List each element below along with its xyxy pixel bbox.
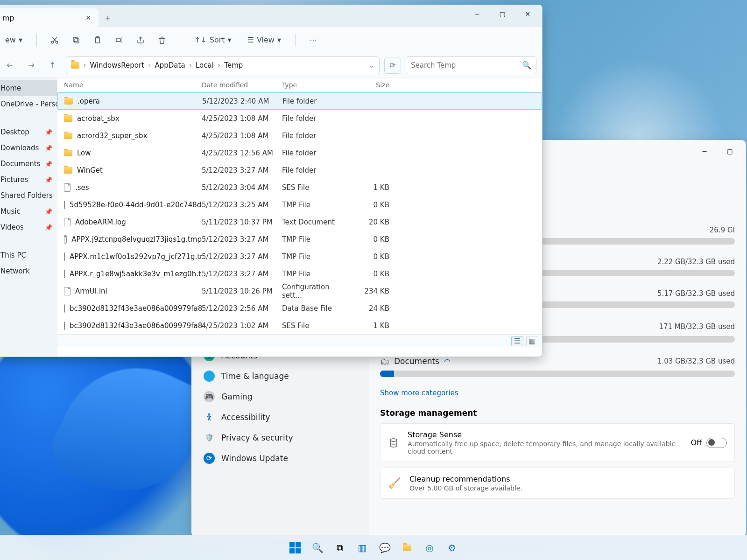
share-button[interactable] — [132, 32, 149, 49]
sidebar-item-music[interactable]: Music📌 — [0, 203, 57, 219]
table-row[interactable]: acrobat_sbx4/25/2023 1:08 AMFile folder — [57, 110, 542, 127]
table-row[interactable]: 5d59528e-f0e0-44dd-9d01-e20c748d067f....… — [57, 196, 542, 213]
show-more-categories-link[interactable]: Show more categories — [380, 389, 458, 397]
back-button[interactable]: ← — [1, 57, 18, 74]
sidebar-item-network[interactable]: Network — [0, 263, 57, 279]
search-bar[interactable]: 🔍 — [406, 56, 536, 74]
table-row[interactable]: APPX.m1c1wf0o1s292vp7g_jcf271g.tmp5/12/2… — [57, 248, 542, 265]
table-row[interactable]: APPX.j9ztcnpq8elvguqzl73jiqs1g.tmp5/12/2… — [57, 231, 542, 248]
table-row[interactable]: WinGet5/12/2023 3:27 AMFile folder — [57, 161, 542, 179]
file-explorer-taskbar-button[interactable] — [398, 539, 416, 557]
thumbnails-view-button[interactable]: ▦ — [526, 336, 538, 346]
table-row[interactable]: bc3902d8132f43e3ae086a009979fa88.db5/12/… — [57, 300, 542, 317]
file-size: 24 KB — [347, 304, 389, 313]
nav-windows-update[interactable]: ⟳ Windows Update — [198, 448, 362, 469]
view-button[interactable]: ☰ View ▾ — [243, 33, 286, 47]
table-row[interactable]: AdobeARM.log5/11/2023 10:37 PMText Docum… — [57, 213, 542, 231]
table-row[interactable]: acrord32_super_sbx4/25/2023 1:08 AMFile … — [57, 127, 542, 144]
start-button[interactable] — [286, 539, 304, 557]
folder-icon — [64, 167, 72, 174]
paste-button[interactable] — [89, 32, 106, 49]
address-dropdown-icon[interactable]: ⌄ — [368, 61, 374, 70]
svg-rect-8 — [116, 39, 120, 42]
sidebar-item-documents[interactable]: Documents📌 — [0, 156, 57, 172]
rename-button[interactable] — [111, 32, 127, 49]
more-button[interactable]: ⋯ — [305, 32, 322, 49]
nav-time-language[interactable]: 🌐 Time & language — [198, 366, 362, 386]
file-date: 5/12/2023 3:04 AM — [202, 183, 282, 192]
sidebar-item-desktop[interactable]: Desktop📌 — [0, 124, 57, 140]
widgets-button[interactable]: ▥ — [353, 539, 371, 557]
file-type: File folder — [282, 132, 347, 140]
search-input[interactable] — [411, 61, 522, 70]
sidebar-item-pictures[interactable]: Pictures📌 — [0, 172, 57, 188]
task-view-button[interactable]: ⧉ — [331, 539, 349, 557]
refresh-button[interactable]: ⟳ — [384, 57, 401, 74]
up-button[interactable]: ↑ — [44, 57, 61, 74]
cut-button[interactable] — [46, 32, 63, 49]
table-row[interactable]: ArmUI.ini5/11/2023 10:26 PMConfiguration… — [57, 282, 542, 300]
explorer-tab[interactable]: mp ✕ — [0, 8, 99, 27]
sort-button[interactable]: ↑↓ Sort ▾ — [190, 33, 236, 47]
storage-sense-card[interactable]: Storage Sense Automatically free up spac… — [380, 423, 735, 462]
file-icon — [64, 201, 65, 209]
breadcrumb-item[interactable]: Local — [196, 61, 214, 70]
new-tab-button[interactable]: ＋ — [99, 8, 117, 27]
settings-minimize-button[interactable]: ─ — [693, 144, 716, 159]
file-type: File folder — [282, 97, 348, 105]
file-name: APPX.r_g1e8wj5aakk3e3v_m1ezg0h.tmp — [70, 270, 202, 278]
nav-accessibility[interactable]: Accessibility — [198, 407, 362, 427]
file-type: SES File — [282, 183, 347, 192]
file-date: 5/11/2023 10:26 PM — [202, 287, 282, 295]
sort-icon: ↑↓ — [194, 35, 207, 44]
col-type[interactable]: Type — [282, 81, 347, 89]
file-date: 5/12/2023 3:25 AM — [202, 201, 282, 209]
file-icon — [64, 235, 67, 244]
maximize-button[interactable]: ▢ — [491, 7, 514, 21]
sidebar-item-home[interactable]: Home — [0, 80, 57, 96]
accessibility-icon — [204, 412, 215, 423]
breadcrumb-item[interactable]: Temp — [224, 61, 243, 70]
address-bar[interactable]: › WindowsReport › AppData › Local › Temp… — [66, 56, 380, 74]
storage-sense-toggle[interactable] — [706, 438, 727, 448]
edge-button[interactable]: ◎ — [421, 539, 438, 557]
file-date: 4/25/2023 1:08 AM — [202, 132, 282, 140]
new-button[interactable]: ew ▾ — [0, 33, 27, 47]
settings-maximize-button[interactable]: ▢ — [718, 144, 741, 159]
minimize-button[interactable]: ─ — [465, 7, 489, 21]
table-row[interactable]: APPX.r_g1e8wj5aakk3e3v_m1ezg0h.tmp5/12/2… — [57, 265, 542, 282]
forward-button[interactable]: → — [23, 57, 40, 74]
nav-gaming[interactable]: 🎮 Gaming — [198, 386, 362, 407]
file-date: 5/12/2023 2:40 AM — [202, 97, 282, 105]
close-tab-icon[interactable]: ✕ — [83, 12, 94, 23]
sidebar-item-onedrive[interactable]: OneDrive - Persona — [0, 96, 57, 112]
breadcrumb-item[interactable]: AppData — [155, 61, 185, 70]
col-date[interactable]: Date modified — [202, 81, 282, 89]
file-date: 5/12/2023 3:27 AM — [202, 252, 282, 261]
sidebar-item-videos[interactable]: Videos📌 — [0, 219, 57, 235]
delete-button[interactable] — [154, 32, 170, 49]
taskbar-search-button[interactable]: 🔍 — [309, 539, 326, 557]
table-row[interactable]: .opera5/12/2023 2:40 AMFile folder — [57, 92, 542, 110]
column-headers[interactable]: Name Date modified Type Size — [57, 77, 542, 92]
table-row[interactable]: Low4/25/2023 12:56 AMFile folder — [57, 144, 542, 161]
table-row[interactable]: bc3902d8132f43e3ae086a009979fa88.db.ses4… — [57, 317, 542, 334]
copy-button[interactable] — [68, 32, 85, 49]
sidebar-item-this-pc[interactable]: This PC — [0, 247, 57, 263]
cleanup-recommendations-card[interactable]: 🧹 Cleanup recommendations Over 5.00 GB o… — [380, 468, 735, 499]
sidebar-item-shared-folders[interactable]: Shared Folders📌 — [0, 188, 57, 203]
nav-privacy[interactable]: 🛡️ Privacy & security — [198, 427, 362, 448]
settings-taskbar-button[interactable]: ⚙ — [443, 539, 461, 557]
breadcrumb-item[interactable]: WindowsReport — [90, 61, 144, 70]
details-view-button[interactable]: ☰ — [511, 336, 523, 346]
file-size: 0 KB — [347, 201, 389, 209]
col-name[interactable]: Name — [64, 81, 202, 89]
sidebar-label: Documents — [0, 160, 41, 168]
sidebar-label: Home — [0, 84, 21, 92]
toggle-state-label: Off — [691, 438, 702, 447]
table-row[interactable]: .ses5/12/2023 3:04 AMSES File1 KB — [57, 179, 542, 196]
col-size[interactable]: Size — [347, 81, 389, 89]
sidebar-item-downloads[interactable]: Downloads📌 — [0, 140, 57, 156]
chat-button[interactable]: 💬 — [376, 539, 394, 557]
close-button[interactable]: ✕ — [516, 7, 539, 21]
